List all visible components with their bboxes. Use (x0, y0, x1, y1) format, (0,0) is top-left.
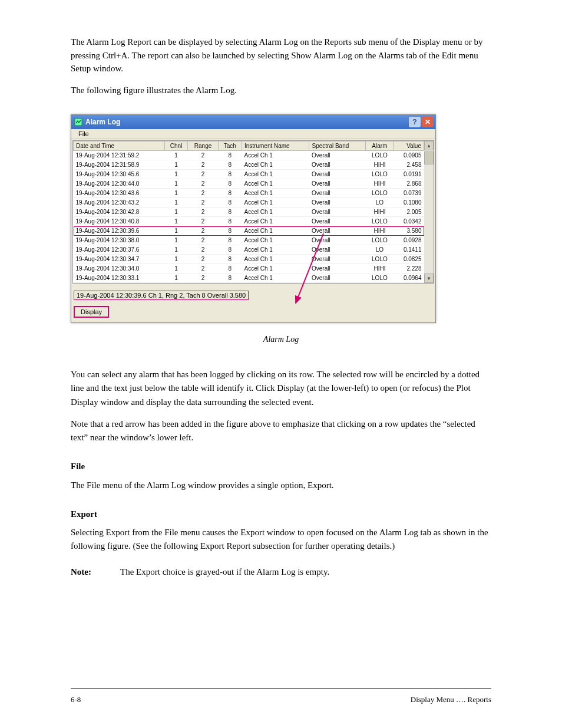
table-cell: 2 (188, 179, 218, 189)
column-header[interactable]: Instrument Name (242, 141, 309, 151)
table-cell: Accel Ch 1 (242, 255, 309, 264)
table-cell: Accel Ch 1 (242, 226, 309, 236)
display-button[interactable]: Display (74, 306, 109, 318)
table-cell: Accel Ch 1 (242, 264, 309, 274)
note-label: Note: (71, 565, 106, 579)
table-cell: 8 (218, 151, 242, 160)
close-button[interactable]: ✕ (422, 117, 434, 127)
note-row: Note: The Export choice is grayed-out if… (71, 565, 491, 579)
table-row[interactable]: 19-Aug-2004 12:30:42.8128Accel Ch 1Overa… (74, 207, 424, 217)
footer-text: Display Menu …. Reports (106, 695, 491, 704)
table-cell: HIHI (366, 264, 394, 274)
table-cell: 19-Aug-2004 12:31:58.9 (74, 160, 165, 170)
table-cell: Accel Ch 1 (242, 207, 309, 217)
column-header[interactable]: Range (188, 141, 218, 151)
table-row[interactable]: 19-Aug-2004 12:30:43.6128Accel Ch 1Overa… (74, 189, 424, 198)
column-header[interactable]: Date and Time (74, 141, 165, 151)
table-row[interactable]: 19-Aug-2004 12:30:37.6128Accel Ch 1Overa… (74, 245, 424, 255)
table-cell: Accel Ch 1 (242, 274, 309, 283)
table-row[interactable]: 19-Aug-2004 12:30:44.0128Accel Ch 1Overa… (74, 179, 424, 189)
table-cell: Overall (309, 264, 366, 274)
table-cell: 0.0825 (394, 255, 424, 264)
table-cell: 8 (218, 179, 242, 189)
scroll-thumb[interactable] (424, 151, 434, 164)
table-cell: 2 (188, 189, 218, 198)
scroll-track[interactable] (424, 164, 434, 274)
alarm-table[interactable]: Date and TimeChnlRangeTachInstrument Nam… (73, 141, 424, 283)
body-p1: You can select any alarm that has been l… (71, 368, 491, 409)
help-button[interactable]: ? (409, 117, 421, 127)
note-text: The Export choice is grayed-out if the A… (120, 565, 329, 579)
body-p4: Selecting Export from the File menu caus… (71, 526, 491, 554)
column-header[interactable]: Spectral Band (309, 141, 366, 151)
table-cell: Accel Ch 1 (242, 236, 309, 245)
vertical-scrollbar[interactable]: ▲ ▼ (424, 141, 434, 283)
table-cell: Overall (309, 217, 366, 226)
table-row[interactable]: 19-Aug-2004 12:30:45.6128Accel Ch 1Overa… (74, 170, 424, 179)
table-row[interactable]: 19-Aug-2004 12:30:38.0128Accel Ch 1Overa… (74, 236, 424, 245)
titlebar: Alarm Log ? ✕ (71, 115, 435, 129)
table-cell: 1 (164, 151, 188, 160)
table-row[interactable]: 19-Aug-2004 12:30:34.7128Accel Ch 1Overa… (74, 255, 424, 264)
table-cell: Accel Ch 1 (242, 151, 309, 160)
table-row[interactable]: 19-Aug-2004 12:30:34.0128Accel Ch 1Overa… (74, 264, 424, 274)
table-cell: 8 (218, 236, 242, 245)
table-cell: 1 (164, 217, 188, 226)
scroll-up-icon[interactable]: ▲ (424, 141, 434, 150)
table-cell: 8 (218, 217, 242, 226)
table-cell: 8 (218, 198, 242, 207)
column-header[interactable]: Chnl (164, 141, 188, 151)
footer-rule (71, 689, 491, 689)
table-cell: 2 (188, 170, 218, 179)
column-header[interactable]: Value (394, 141, 424, 151)
column-header[interactable]: Tach (218, 141, 242, 151)
table-cell: 1 (164, 189, 188, 198)
table-cell: Overall (309, 274, 366, 283)
table-cell: 19-Aug-2004 12:30:34.0 (74, 264, 165, 274)
table-cell: 8 (218, 160, 242, 170)
table-cell: 19-Aug-2004 12:30:39.6 (74, 226, 165, 236)
window-title: Alarm Log (85, 118, 408, 126)
table-cell: 2 (188, 217, 218, 226)
table-cell: 1 (164, 160, 188, 170)
table-cell: 0.0905 (394, 151, 424, 160)
table-cell: LOLO (366, 255, 394, 264)
table-cell: 1 (164, 207, 188, 217)
table-cell: 2.005 (394, 207, 424, 217)
scroll-down-icon[interactable]: ▼ (424, 274, 434, 283)
table-cell: Overall (309, 170, 366, 179)
table-cell: 19-Aug-2004 12:30:33.1 (74, 274, 165, 283)
table-cell: HIHI (366, 179, 394, 189)
table-cell: Accel Ch 1 (242, 217, 309, 226)
table-cell: 1 (164, 264, 188, 274)
table-row[interactable]: 19-Aug-2004 12:30:43.2128Accel Ch 1Overa… (74, 198, 424, 207)
selected-alarm-status: 19-Aug-2004 12:30:39.6 Ch 1, Rng 2, Tach… (74, 291, 249, 300)
table-cell: 19-Aug-2004 12:30:45.6 (74, 170, 165, 179)
table-cell: 19-Aug-2004 12:30:44.0 (74, 179, 165, 189)
table-cell: LOLO (366, 217, 394, 226)
menu-file[interactable]: File (75, 129, 92, 139)
table-cell: 2 (188, 198, 218, 207)
table-cell: 3.580 (394, 226, 424, 236)
table-cell: Overall (309, 160, 366, 170)
table-cell: 0.0191 (394, 170, 424, 179)
table-cell: 8 (218, 207, 242, 217)
table-row[interactable]: 19-Aug-2004 12:30:39.6128Accel Ch 1Overa… (74, 226, 424, 236)
table-cell: 1 (164, 274, 188, 283)
table-cell: LO (366, 245, 394, 255)
table-cell: Overall (309, 179, 366, 189)
table-row[interactable]: 19-Aug-2004 12:30:40.8128Accel Ch 1Overa… (74, 217, 424, 226)
table-row[interactable]: 19-Aug-2004 12:31:58.9128Accel Ch 1Overa… (74, 160, 424, 170)
table-row[interactable]: 19-Aug-2004 12:30:33.1128Accel Ch 1Overa… (74, 274, 424, 283)
table-cell: 2.868 (394, 179, 424, 189)
table-cell: 0.1080 (394, 198, 424, 207)
table-cell: LOLO (366, 189, 394, 198)
table-cell: 8 (218, 274, 242, 283)
column-header[interactable]: Alarm (366, 141, 394, 151)
table-cell: 1 (164, 245, 188, 255)
table-cell: 0.1411 (394, 245, 424, 255)
table-cell: 19-Aug-2004 12:30:43.6 (74, 189, 165, 198)
table-row[interactable]: 19-Aug-2004 12:31:59.2128Accel Ch 1Overa… (74, 151, 424, 160)
table-cell: 19-Aug-2004 12:30:43.2 (74, 198, 165, 207)
app-icon (74, 117, 83, 127)
